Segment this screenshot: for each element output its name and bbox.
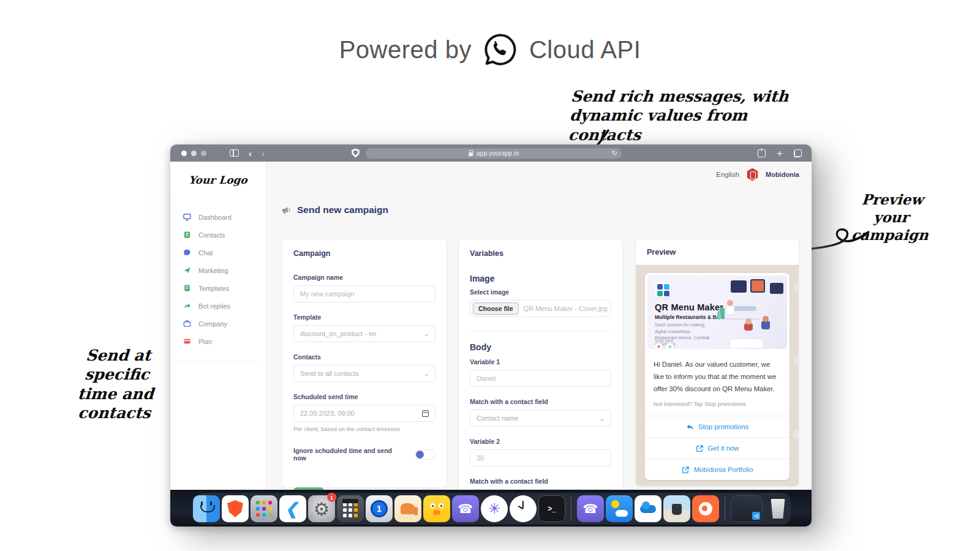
- template-label: Template: [293, 313, 435, 321]
- dock-gallery-icon[interactable]: [663, 495, 690, 522]
- contacts-select[interactable]: Send to all contacts⌄: [293, 365, 435, 382]
- stop-promotions-button[interactable]: Stop promotions: [645, 416, 790, 437]
- dock-cyberduck-icon[interactable]: [423, 495, 450, 522]
- mobidonia-logo-icon[interactable]: [747, 168, 758, 181]
- chevron-down-icon: ⌄: [423, 370, 430, 377]
- message-text: Hi Daniel. As our valued customer, we li…: [645, 351, 790, 397]
- page: Powered by Cloud API Send rich messages,…: [0, 0, 980, 551]
- dock-postman-icon[interactable]: [692, 495, 719, 522]
- dock-1password-icon[interactable]: 1: [366, 495, 393, 522]
- back-button[interactable]: ‹: [249, 149, 252, 158]
- match1-select[interactable]: Contact name⌄: [470, 410, 611, 427]
- sidebar-item-contacts[interactable]: Contacts: [170, 226, 266, 244]
- tabs-overview-icon[interactable]: [794, 149, 802, 157]
- sidebar-divider: [178, 361, 258, 362]
- reply-arrow-icon: [183, 302, 191, 310]
- address-book-icon: [183, 231, 191, 239]
- body-section-title: Body: [470, 342, 611, 352]
- variable2-input[interactable]: 30: [470, 449, 611, 467]
- megaphone-icon: [282, 206, 292, 215]
- shield-icon[interactable]: [352, 149, 360, 158]
- address-bar[interactable]: app.yourapp.io ↻: [366, 148, 622, 159]
- sidebar-item-dashboard[interactable]: Dashboard: [170, 208, 266, 226]
- contacts-label: Contacts: [293, 353, 435, 361]
- sidebar-toggle-icon[interactable]: [230, 149, 239, 157]
- external-link-icon: [682, 466, 690, 474]
- dock-db-elephant-icon[interactable]: [394, 495, 421, 522]
- app-sidebar: Your Logo Dashboard Contacts Chat: [170, 162, 266, 527]
- choose-file-button[interactable]: Choose file: [473, 302, 519, 315]
- react-atom-icon: ✳: [666, 343, 674, 349]
- ignore-schedule-label: Ignore schuduled time and send now: [293, 447, 398, 462]
- close-window-button[interactable]: [181, 151, 187, 156]
- get-it-now-button[interactable]: Get it now: [645, 437, 790, 459]
- illustration-table: [731, 339, 763, 348]
- language-selector[interactable]: English: [716, 171, 739, 178]
- notification-badge: 1: [327, 493, 336, 502]
- dock-vscode-icon[interactable]: ❮: [279, 495, 306, 522]
- browser-window: ‹ › app.yourapp.io ↻ + Your Logo: [170, 144, 812, 527]
- schedule-label: Schuduled send time: [293, 393, 435, 400]
- dock-trash-icon[interactable]: [764, 495, 791, 522]
- dock-settings-icon[interactable]: ⚙1: [308, 495, 335, 522]
- paper-plane-icon: [183, 266, 191, 274]
- tool-chips: ♥ ✳: [655, 343, 674, 349]
- dock-finder-icon[interactable]: [193, 495, 220, 522]
- variable1-input[interactable]: Daniel: [470, 370, 611, 387]
- dock-viber-icon[interactable]: ☎: [452, 495, 479, 522]
- preview-card: Preview QR Menu Maker Multiple Restauran…: [635, 239, 799, 487]
- campaign-card-title: Campaign: [293, 249, 435, 258]
- sidebar-item-company[interactable]: Company: [170, 315, 266, 332]
- cloud-api-text: Cloud API: [529, 36, 641, 64]
- dock-calculator-icon[interactable]: [337, 495, 364, 522]
- select-image-label: Select image: [470, 288, 611, 296]
- toggle-knob: [416, 451, 424, 459]
- calendar-icon[interactable]: [422, 410, 429, 417]
- dock-onedrive-icon[interactable]: [635, 495, 662, 522]
- dock-minimized-window[interactable]: ◁: [731, 495, 763, 522]
- sidebar-item-plan[interactable]: Plan: [170, 332, 266, 350]
- file-input[interactable]: Choose file QR Menu Maker - Cover.jpg: [470, 300, 611, 317]
- sidebar-item-templates[interactable]: Templates: [170, 279, 266, 297]
- desktop-strip: ❮ ⚙1 1 ☎ ✳ >_ ☎ ◁: [170, 490, 812, 527]
- variables-card-title: Variables: [470, 249, 611, 258]
- window-controls[interactable]: [181, 151, 206, 156]
- new-tab-icon[interactable]: +: [777, 148, 783, 159]
- dock-brave-icon[interactable]: [222, 495, 249, 522]
- whatsapp-chat-background: QR Menu Maker Multiple Restaurants & Bar…: [636, 265, 799, 486]
- share-icon[interactable]: [758, 149, 766, 157]
- preview-card-title: Preview: [647, 248, 676, 257]
- campaign-card: Campaign Campaign name My new campaign T…: [282, 239, 447, 488]
- external-link-icon: [696, 444, 704, 452]
- dock-pinwheel-app-icon[interactable]: ✳: [481, 495, 508, 522]
- app-logo: Your Logo: [170, 174, 266, 186]
- monitor-icon: [183, 213, 191, 221]
- sidebar-item-chat[interactable]: Chat: [170, 244, 266, 261]
- dock-weather-icon[interactable]: [606, 495, 633, 522]
- forward-button[interactable]: ›: [262, 149, 265, 158]
- file-name: QR Menu Maker - Cover.jpg: [524, 305, 608, 312]
- dock-viber-icon[interactable]: ☎: [577, 495, 604, 522]
- sidebar-item-marketing[interactable]: Marketing: [170, 261, 266, 279]
- dock-terminal-icon[interactable]: >_: [538, 495, 565, 522]
- schedule-datetime-input[interactable]: 22.09.2023, 09:00: [293, 405, 435, 422]
- illustration-person: [727, 300, 733, 306]
- schedule-hint: Per client, based on the contact timezon…: [293, 425, 435, 432]
- template-select[interactable]: discount_on_product - en⌄: [293, 325, 435, 342]
- page-title-row: Send new campaign: [282, 204, 388, 216]
- annotation-send-time: Send at specific time and contacts: [53, 346, 181, 422]
- sidebar-item-bot-replies[interactable]: Bot replies: [170, 297, 266, 315]
- laravel-heart-icon: ♥: [655, 343, 663, 349]
- zoom-window-button[interactable]: [201, 151, 206, 156]
- mobidonia-brand[interactable]: Mobidonia: [766, 171, 799, 178]
- template-file-icon: [183, 284, 191, 292]
- dock-launchpad-icon[interactable]: [251, 495, 277, 522]
- reload-icon[interactable]: ↻: [612, 149, 617, 157]
- match1-label: Match with a contact field: [470, 398, 611, 405]
- mobidonia-portfolio-button[interactable]: Mobidonia Portfolio: [645, 459, 790, 480]
- campaign-name-input[interactable]: My new campaign: [293, 285, 435, 302]
- ignore-schedule-toggle[interactable]: [415, 449, 435, 460]
- dock-clock-icon[interactable]: [510, 495, 537, 522]
- minimize-window-button[interactable]: [191, 151, 197, 156]
- reply-icon: [686, 423, 694, 431]
